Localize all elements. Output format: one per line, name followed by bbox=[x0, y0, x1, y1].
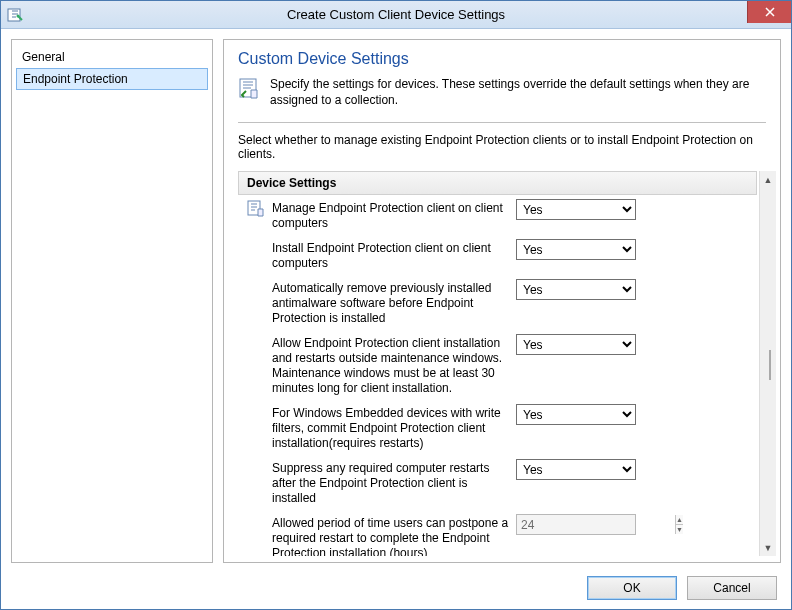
setting-row: Allowed period of time users can postpon… bbox=[238, 510, 759, 556]
setting-control: ▲▼ bbox=[516, 514, 636, 535]
scroll-down-arrow[interactable]: ▼ bbox=[761, 539, 776, 556]
spinner-input bbox=[517, 515, 675, 534]
description-text: Specify the settings for devices. These … bbox=[270, 76, 766, 108]
setting-row: For Windows Embedded devices with write … bbox=[238, 400, 759, 455]
setting-control: Yes bbox=[516, 334, 636, 355]
settings-scroll-area: Device Settings Manage Endpoint Protecti… bbox=[238, 171, 776, 556]
setting-control: Yes bbox=[516, 279, 636, 300]
settings-pane: Device Settings Manage Endpoint Protecti… bbox=[238, 171, 759, 556]
nav-sidebar: General Endpoint Protection bbox=[11, 39, 213, 563]
setting-row: Allow Endpoint Protection client install… bbox=[238, 330, 759, 400]
section-header: Device Settings bbox=[238, 171, 757, 195]
setting-select[interactable]: Yes bbox=[516, 334, 636, 355]
scroll-up-arrow[interactable]: ▲ bbox=[761, 171, 776, 188]
setting-label: Suppress any required computer restarts … bbox=[272, 459, 510, 506]
divider bbox=[238, 122, 766, 123]
setting-control: Yes bbox=[516, 239, 636, 260]
settings-icon bbox=[238, 76, 262, 100]
spinner-up-icon: ▲ bbox=[676, 515, 683, 525]
setting-select[interactable]: Yes bbox=[516, 459, 636, 480]
instruction-text: Select whether to manage existing Endpoi… bbox=[238, 133, 776, 161]
setting-spinner: ▲▼ bbox=[516, 514, 636, 535]
setting-select[interactable]: Yes bbox=[516, 199, 636, 220]
setting-label: Allow Endpoint Protection client install… bbox=[272, 334, 510, 396]
scroll-thumb[interactable] bbox=[769, 350, 771, 380]
setting-label: Allowed period of time users can postpon… bbox=[272, 514, 510, 556]
close-button[interactable] bbox=[747, 1, 791, 23]
setting-control: Yes bbox=[516, 459, 636, 480]
setting-select[interactable]: Yes bbox=[516, 279, 636, 300]
window-title: Create Custom Client Device Settings bbox=[1, 7, 791, 22]
setting-row: Install Endpoint Protection client on cl… bbox=[238, 235, 759, 275]
setting-row-icon bbox=[246, 199, 266, 217]
title-bar: Create Custom Client Device Settings bbox=[1, 1, 791, 29]
close-icon bbox=[765, 7, 775, 17]
description-row: Specify the settings for devices. These … bbox=[238, 76, 776, 108]
setting-label: For Windows Embedded devices with write … bbox=[272, 404, 510, 451]
sidebar-item-endpoint-protection[interactable]: Endpoint Protection bbox=[16, 68, 208, 90]
setting-label: Install Endpoint Protection client on cl… bbox=[272, 239, 510, 271]
dialog-body: General Endpoint Protection Custom Devic… bbox=[1, 29, 791, 567]
vertical-scrollbar[interactable]: ▲ ▼ bbox=[759, 171, 776, 556]
page-heading: Custom Device Settings bbox=[238, 50, 776, 68]
setting-control: Yes bbox=[516, 404, 636, 425]
setting-control: Yes bbox=[516, 199, 636, 220]
setting-label: Automatically remove previously installe… bbox=[272, 279, 510, 326]
sidebar-item-general[interactable]: General bbox=[12, 46, 212, 68]
setting-label: Manage Endpoint Protection client on cli… bbox=[272, 199, 510, 231]
setting-row: Automatically remove previously installe… bbox=[238, 275, 759, 330]
content-panel: Custom Device Settings Specify the setti… bbox=[223, 39, 781, 563]
setting-row: Manage Endpoint Protection client on cli… bbox=[238, 195, 759, 235]
setting-row: Suppress any required computer restarts … bbox=[238, 455, 759, 510]
spinner-down-icon: ▼ bbox=[676, 525, 683, 534]
cancel-button[interactable]: Cancel bbox=[687, 576, 777, 600]
setting-select[interactable]: Yes bbox=[516, 404, 636, 425]
setting-select[interactable]: Yes bbox=[516, 239, 636, 260]
ok-button[interactable]: OK bbox=[587, 576, 677, 600]
dialog-window: Create Custom Client Device Settings Gen… bbox=[0, 0, 792, 610]
dialog-footer: OK Cancel bbox=[1, 567, 791, 609]
